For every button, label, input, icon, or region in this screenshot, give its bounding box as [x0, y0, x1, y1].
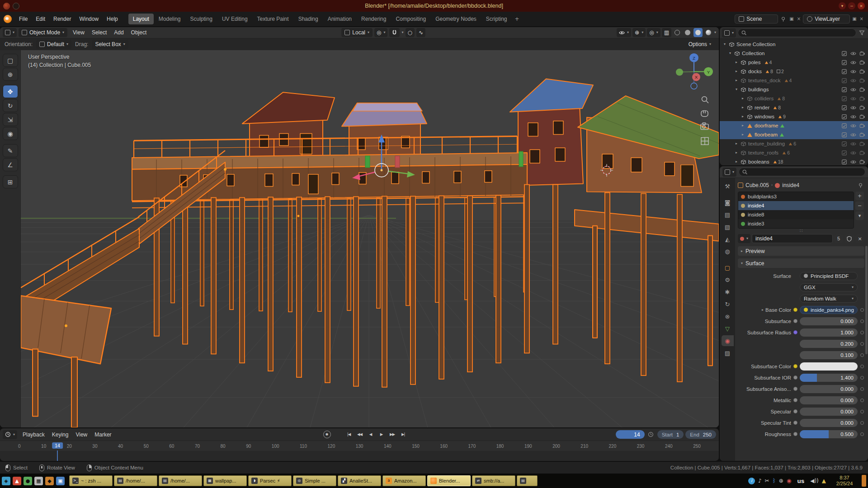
overlays-dropdown[interactable]: ◎▾ — [647, 28, 660, 37]
expand-icon[interactable]: ▸ — [734, 70, 739, 73]
expand-icon[interactable]: ▸ — [734, 142, 739, 145]
checkbox-icon[interactable] — [841, 60, 847, 66]
new-scene-button[interactable]: ▣ — [788, 17, 794, 21]
tab-render-icon[interactable]: ◙ — [722, 197, 734, 208]
tab-scripting[interactable]: Scripting — [481, 14, 512, 24]
expand-icon[interactable]: ▸ — [741, 106, 745, 109]
properties-search-input[interactable] — [739, 168, 865, 176]
transform-orientation-dropdown[interactable]: Local ▾ — [341, 28, 373, 37]
taskbar-window-blender[interactable]: Blender... — [427, 475, 471, 486]
proportional-falloff-dropdown[interactable]: ∿ — [416, 28, 425, 37]
checkbox-icon[interactable] — [841, 159, 847, 165]
tool-move[interactable]: ✥ — [3, 85, 18, 98]
menu-view[interactable]: View — [72, 430, 91, 439]
unlink-button[interactable]: × — [855, 234, 864, 243]
taskbar-window-files-1[interactable]: ▤/home/... — [114, 475, 157, 486]
expand-icon[interactable]: ▾ — [734, 88, 739, 91]
mode-dropdown[interactable]: Object Mode ▾ — [19, 28, 67, 37]
tab-object-data-icon[interactable]: ▽ — [722, 323, 734, 334]
material-slot[interactable]: inside3 — [738, 219, 854, 228]
outliner-row-textures-dock[interactable]: ▸ textures_dock 4 — [720, 76, 868, 85]
material-slot[interactable]: buildplanks3 — [738, 192, 854, 201]
options-dropdown[interactable]: Options ▾ — [685, 40, 714, 49]
auto-keying-toggle[interactable]: ● — [323, 431, 331, 438]
app-icon[interactable] — [3, 3, 10, 9]
launcher-icon[interactable]: ▣ — [56, 477, 65, 485]
pivot-point-dropdown[interactable]: ◎▾ — [374, 28, 388, 37]
current-frame-field[interactable]: 14 — [616, 430, 645, 439]
camera-icon[interactable] — [859, 87, 865, 93]
eye-icon[interactable] — [850, 87, 856, 93]
tab-compositing[interactable]: Compositing — [391, 14, 430, 24]
checkbox-icon[interactable] — [841, 87, 847, 93]
tool-add-cube[interactable]: ⊞ — [3, 175, 18, 188]
window-minimize-button[interactable]: − — [848, 2, 855, 9]
tab-layout[interactable]: Layout — [128, 14, 154, 24]
launcher-icon[interactable]: ▦ — [34, 477, 43, 485]
tool-transform[interactable]: ◉ — [3, 127, 18, 140]
roughness-slider[interactable]: 0.500 — [800, 430, 858, 438]
outliner-row-buildings[interactable]: ▾ buildings — [720, 85, 868, 94]
prev-keyframe-button[interactable]: ◀◀ — [355, 431, 364, 439]
checkbox-icon[interactable] — [841, 132, 847, 138]
subsurface-slider[interactable]: 0.000 — [800, 317, 858, 325]
shading-material-button[interactable] — [693, 28, 703, 37]
tab-constraints-icon[interactable]: ⊗ — [722, 311, 734, 322]
outliner-row-docks[interactable]: ▸ docks 8 2 — [720, 67, 868, 76]
delete-scene-button[interactable]: × — [796, 17, 802, 21]
volume-tray-icon[interactable]: ◀)) — [810, 478, 819, 483]
camera-icon[interactable] — [859, 132, 865, 138]
timeline-ruler[interactable]: 0 10 20 30 40 50 60 70 80 90 100 110 120… — [0, 441, 719, 451]
outliner-row-collection[interactable]: ▾ Collection — [720, 49, 868, 58]
checkbox-icon[interactable] — [841, 105, 847, 111]
shading-dropdown[interactable]: ▾ — [714, 31, 716, 34]
expand-icon[interactable]: ▸ — [741, 97, 745, 100]
outliner-row-colliders[interactable]: ▸ colliders 8 — [720, 94, 868, 103]
jump-to-end-button[interactable]: ▶| — [399, 431, 408, 439]
tool-rotate[interactable]: ↻ — [3, 99, 18, 112]
eye-icon[interactable] — [850, 51, 856, 56]
camera-icon[interactable] — [859, 78, 865, 84]
browse-material-button[interactable]: ▾ — [738, 234, 750, 243]
play-reverse-button[interactable]: ◀ — [366, 431, 375, 439]
tab-scene-icon[interactable]: ◭ — [722, 234, 734, 244]
camera-icon[interactable] — [859, 96, 865, 102]
base-color-texture-field[interactable]: inside_panks4.png — [800, 306, 858, 314]
menu-view[interactable]: View — [69, 28, 88, 37]
expand-icon[interactable]: ▸ — [741, 133, 745, 136]
jump-to-start-button[interactable]: |◀ — [344, 431, 354, 439]
taskbar-window-untitled[interactable]: ▤ — [517, 475, 538, 486]
window-close-button[interactable]: × — [858, 2, 865, 9]
outliner-row-scene-collection[interactable]: ▾ Scene Collection — [720, 40, 868, 49]
camera-icon[interactable] — [859, 114, 865, 120]
eye-icon[interactable] — [850, 123, 856, 129]
slot-specials-button[interactable]: ▾ — [855, 211, 864, 220]
checkbox-icon[interactable] — [841, 96, 847, 102]
tool-annotate[interactable]: ✎ — [3, 144, 18, 157]
eye-icon[interactable] — [850, 114, 856, 120]
keyboard-layout-indicator[interactable]: us — [797, 478, 804, 484]
checkbox-icon[interactable] — [841, 78, 847, 84]
tab-texture-icon[interactable]: ▨ — [722, 347, 734, 358]
tab-world-icon[interactable]: ◍ — [722, 246, 734, 257]
editor-type-button[interactable]: ▾ — [3, 28, 17, 37]
window-menu-icon[interactable] — [13, 3, 19, 9]
eye-icon[interactable] — [850, 69, 856, 75]
gizmos-dropdown[interactable]: ⊕▾ — [632, 28, 646, 37]
viewlayer-selector[interactable]: ViewLayer — [803, 14, 850, 23]
tab-texture-paint[interactable]: Texture Paint — [253, 14, 293, 24]
delete-viewlayer-button[interactable]: × — [859, 17, 864, 21]
eye-icon[interactable] — [850, 159, 856, 165]
preview-section-header[interactable]: ▸ Preview — [738, 246, 864, 256]
specular-tint-slider[interactable]: 0.000 — [800, 419, 858, 427]
sss-method-dropdown[interactable]: Random Walk▾ — [800, 295, 858, 303]
properties-scrollbar[interactable] — [865, 246, 868, 354]
remove-slot-button[interactable]: − — [855, 202, 864, 210]
tab-geometry-nodes[interactable]: Geometry Nodes — [431, 14, 481, 24]
new-viewlayer-button[interactable]: ▣ — [851, 17, 857, 21]
start-frame-field[interactable]: Start1 — [657, 430, 684, 439]
subsurface-ior-slider[interactable]: 1.400 — [800, 374, 858, 382]
outliner-row-render[interactable]: ▸ render 8 — [720, 103, 868, 112]
taskbar-window-files-2[interactable]: ▤/home/... — [159, 475, 202, 486]
info-tray-icon[interactable]: i — [748, 478, 755, 484]
